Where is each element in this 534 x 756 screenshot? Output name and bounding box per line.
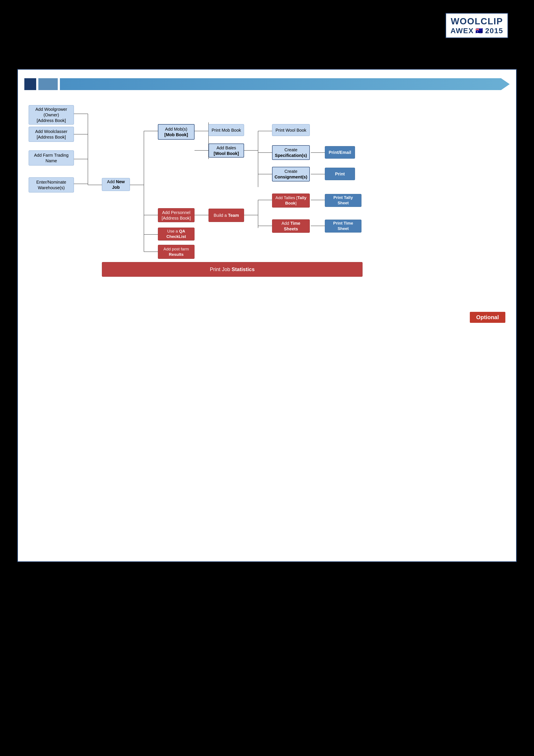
logo-line2-prefix: AWEX (450, 27, 474, 35)
add-farm-trading-node[interactable]: Add Farm Trading Name (29, 150, 74, 166)
use-qa-node[interactable]: Use a QA CheckList (158, 228, 194, 240)
create-specifications-node[interactable]: CreateSpecification(s) (272, 145, 310, 160)
create-consignment-node[interactable]: CreateConsignment(s) (272, 167, 310, 181)
flowchart: Add Woolgrower (Owner) [Address Book] Ad… (24, 101, 510, 327)
print-email-node[interactable]: Print/Email (325, 146, 355, 159)
add-bales-node[interactable]: Add Bales[Wool Book] (209, 144, 244, 157)
add-time-sheets-node[interactable]: Add Time Sheets (272, 219, 310, 233)
arrow-shape (60, 78, 510, 90)
logo-container: WOOLCLIP AWEX 🇦🇺 2015 (445, 13, 508, 38)
add-woolclasser-node[interactable]: Add Woolclasser [Address Book] (29, 127, 74, 142)
print-mob-book-node[interactable]: Print Mob Book (209, 124, 244, 136)
optional-badge: Optional (470, 312, 505, 323)
build-team-node[interactable]: Build a Team (209, 209, 244, 222)
add-post-farm-node[interactable]: Add post farmResults (158, 245, 194, 259)
add-new-job-label: Add New Job (105, 179, 127, 190)
arrow-banner (24, 78, 510, 90)
print-job-statistics-node[interactable]: Print Job Statistics (102, 262, 363, 277)
logo-year: 2015 (485, 27, 503, 35)
add-personnel-node[interactable]: Add Personnel[Address Book] (158, 208, 194, 222)
add-woolgrower-node[interactable]: Add Woolgrower (Owner) [Address Book] (29, 105, 74, 124)
enter-warehouse-node[interactable]: Enter/Nominate Warehouse(s) (29, 177, 74, 192)
add-mobs-node[interactable]: Add Mob(s)[Mob Book] (158, 124, 194, 140)
add-new-job-node[interactable]: Add New Job (102, 178, 130, 191)
print-consignment-node[interactable]: Print (325, 168, 355, 180)
add-tallies-node[interactable]: Add Tallies [TallyBook] (272, 194, 310, 207)
main-container: Add Woolgrower (Owner) [Address Book] Ad… (17, 69, 517, 562)
arrow-square2 (38, 78, 58, 90)
logo-line1: WOOLCLIP (450, 16, 503, 27)
print-wool-book-node[interactable]: Print Wool Book (272, 124, 310, 136)
connector-lines (24, 101, 510, 327)
logo-line2: AWEX 🇦🇺 2015 (450, 27, 503, 35)
print-time-sheet-node[interactable]: Print Time Sheet (325, 220, 362, 232)
logo-flag: 🇦🇺 (475, 27, 483, 34)
print-tally-sheet-node[interactable]: Print Tally Sheet (325, 194, 362, 207)
arrow-square1 (24, 78, 36, 90)
